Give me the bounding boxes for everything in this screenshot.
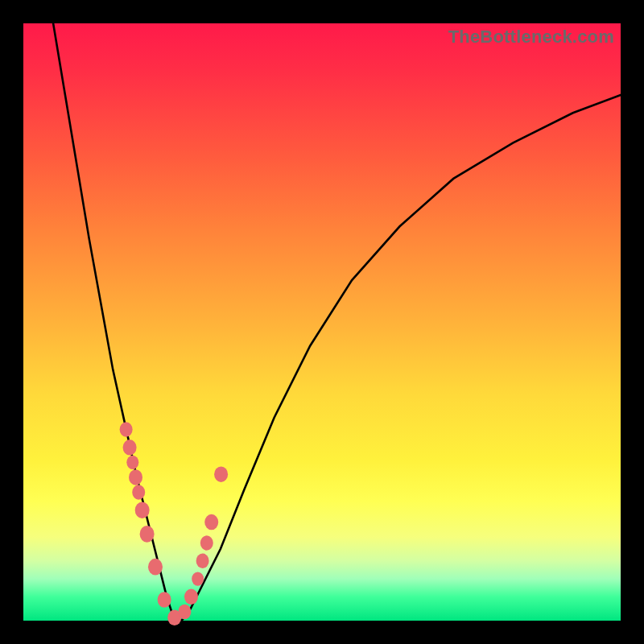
marker-point (126, 456, 138, 469)
marker-point (120, 422, 133, 436)
marker-point (192, 572, 204, 585)
chart-container: TheBottleneck.com (0, 0, 644, 644)
marker-point (200, 535, 213, 550)
marker-point (184, 589, 198, 605)
bottleneck-curve (53, 23, 621, 621)
marker-point (196, 554, 209, 568)
marker-point (140, 526, 155, 543)
marker-point (135, 502, 150, 518)
curve-svg (23, 23, 621, 621)
marker-point (158, 592, 171, 608)
marker-point (129, 469, 142, 485)
marker-point (123, 440, 137, 456)
marker-point (132, 485, 145, 499)
marker-point (178, 605, 191, 619)
plot-area: TheBottleneck.com (23, 23, 621, 621)
marker-point (214, 466, 228, 482)
markers-group (120, 422, 228, 625)
marker-point (204, 514, 218, 530)
marker-point (148, 559, 163, 576)
